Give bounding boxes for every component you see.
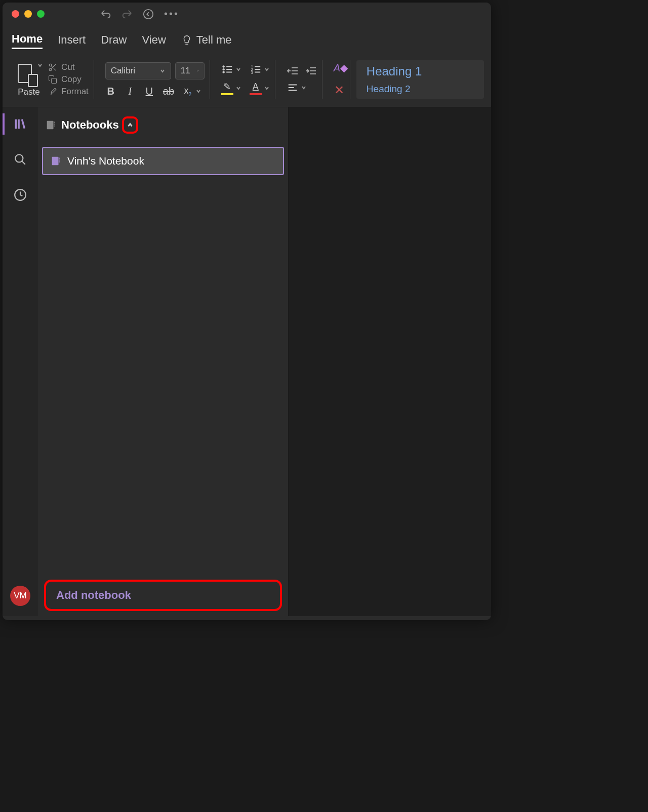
chevron-down-icon[interactable] [195, 88, 201, 94]
outdent-button[interactable] [287, 66, 299, 76]
add-notebook-button[interactable]: Add notebook [44, 580, 282, 611]
style-heading1[interactable]: Heading 1 [367, 64, 474, 78]
bold-button[interactable]: B [105, 86, 116, 97]
svg-point-4 [223, 66, 225, 68]
add-notebook-label: Add notebook [56, 589, 131, 601]
collapse-notebooks-button[interactable] [122, 116, 138, 134]
notebook-icon [50, 155, 61, 167]
redo-icon[interactable] [122, 9, 133, 20]
copy-icon [48, 75, 57, 84]
undo-icon[interactable] [100, 9, 111, 20]
italic-button[interactable]: I [125, 86, 136, 97]
tab-view[interactable]: View [142, 33, 166, 49]
copy-button[interactable]: Copy [48, 74, 89, 85]
svg-point-2 [49, 68, 52, 71]
user-avatar[interactable]: VM [10, 586, 30, 606]
font-family-select[interactable]: Calibri [105, 62, 171, 79]
svg-point-25 [15, 154, 23, 162]
tab-home[interactable]: Home [12, 32, 43, 49]
paste-button[interactable]: Paste [15, 62, 43, 97]
recent-rail-button[interactable] [13, 187, 28, 202]
back-icon[interactable] [143, 9, 154, 20]
menu-tabs: Home Insert Draw View Tell me [3, 25, 491, 56]
notebook-icon [45, 119, 56, 131]
app-window: ••• Home Insert Draw View Tell me Paste [3, 3, 491, 620]
more-icon[interactable]: ••• [164, 8, 179, 20]
chevron-down-icon [235, 66, 241, 72]
align-button[interactable] [287, 82, 307, 93]
search-rail-button[interactable] [13, 152, 28, 167]
underline-button[interactable]: U [144, 86, 155, 97]
highlight-icon: ✎ [223, 81, 231, 92]
svg-point-0 [144, 9, 153, 18]
tab-insert[interactable]: Insert [58, 33, 86, 49]
ribbon: Paste Cut Copy Format [3, 56, 491, 107]
left-rail: VM [3, 107, 38, 616]
ribbon-clipboard-group: Paste Cut Copy Format [10, 60, 94, 99]
delete-button[interactable]: ✕ [334, 83, 345, 97]
tellme-label: Tell me [196, 33, 232, 47]
bullet-list-icon [221, 64, 233, 75]
chevron-down-icon [235, 85, 241, 91]
font-family-value: Calibri [111, 66, 135, 76]
font-color-icon: A [253, 82, 259, 92]
svg-point-1 [49, 64, 52, 66]
ribbon-clear-group: A◆ ✕ [329, 60, 350, 99]
bulb-icon [181, 34, 192, 46]
paintbrush-icon [48, 87, 57, 96]
font-size-select[interactable]: 11 [175, 62, 205, 79]
svg-rect-28 [47, 121, 54, 130]
canvas-area[interactable] [289, 107, 491, 616]
ribbon-indent-group [281, 60, 322, 99]
chevron-down-icon[interactable] [37, 62, 43, 68]
scissors-icon [48, 63, 57, 72]
copy-label: Copy [61, 74, 82, 85]
format-label: Format [61, 87, 89, 97]
bullet-list-button[interactable] [221, 64, 241, 75]
numbered-list-button[interactable]: 123 [250, 64, 270, 75]
paste-icon [15, 62, 35, 85]
style-heading2[interactable]: Heading 2 [367, 84, 474, 95]
ribbon-list-group: 123 ✎ A [216, 60, 275, 99]
notebooks-header[interactable]: Notebooks [38, 107, 288, 143]
ribbon-font-group: Calibri 11 B I U ab x2 [100, 60, 210, 99]
cut-button[interactable]: Cut [48, 62, 89, 72]
font-color-button[interactable]: A [250, 81, 270, 95]
numbered-list-icon: 123 [250, 64, 262, 75]
notebook-panel: Notebooks Vinh's Notebook Add notebook [38, 107, 289, 616]
titlebar: ••• [3, 3, 491, 25]
strikethrough-button[interactable]: ab [163, 86, 174, 97]
window-controls [12, 10, 45, 18]
svg-point-5 [223, 68, 225, 70]
chevron-up-icon [127, 121, 134, 129]
chevron-down-icon [301, 85, 307, 91]
indent-button[interactable] [305, 66, 317, 76]
minimize-window-button[interactable] [24, 10, 32, 18]
font-size-value: 11 [181, 66, 190, 76]
svg-rect-3 [52, 78, 57, 84]
close-window-button[interactable] [12, 10, 19, 18]
chevron-down-icon [159, 68, 166, 74]
svg-rect-32 [52, 157, 59, 166]
clear-formatting-button[interactable]: A◆ [334, 62, 345, 74]
tab-draw[interactable]: Draw [101, 33, 127, 49]
chevron-down-icon [196, 68, 199, 74]
svg-point-6 [223, 71, 225, 73]
maximize-window-button[interactable] [37, 10, 45, 18]
chevron-down-icon [264, 66, 270, 72]
highlight-button[interactable]: ✎ [221, 81, 241, 95]
styles-gallery[interactable]: Heading 1 Heading 2 [356, 60, 484, 99]
svg-line-26 [22, 161, 25, 165]
notebook-item[interactable]: Vinh's Notebook [42, 147, 284, 175]
svg-text:3: 3 [251, 70, 253, 75]
tab-tellme[interactable]: Tell me [181, 33, 232, 49]
subscript-button[interactable]: x2 [182, 86, 193, 97]
notebook-name: Vinh's Notebook [67, 155, 144, 167]
format-painter-button[interactable]: Format [48, 87, 89, 97]
chevron-down-icon [264, 85, 270, 91]
cut-label: Cut [61, 62, 74, 72]
notebooks-rail-button[interactable] [13, 116, 28, 132]
paste-label: Paste [18, 87, 39, 97]
notebooks-title: Notebooks [61, 118, 119, 132]
align-icon [287, 82, 299, 93]
